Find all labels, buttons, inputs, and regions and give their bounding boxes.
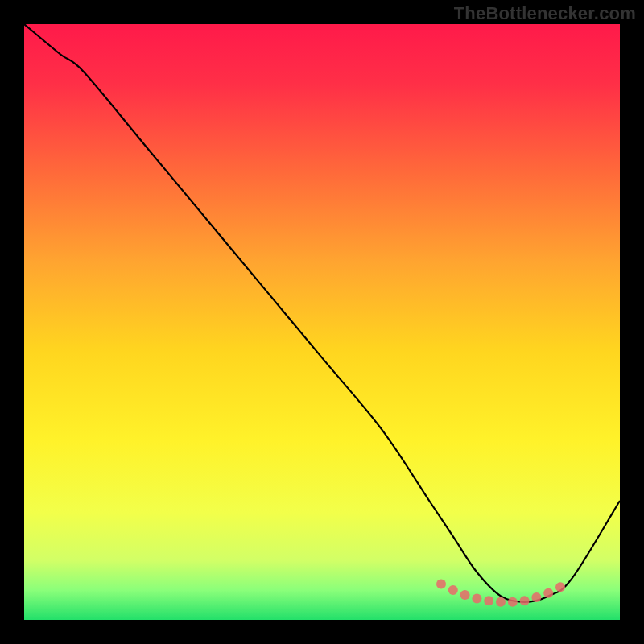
watermark-label: TheBottlenecker.com [454,3,636,24]
marker-dot [543,588,553,598]
marker-dot [496,597,506,607]
gradient-background [24,24,620,620]
marker-dot [555,582,565,592]
marker-dot [531,592,541,602]
marker-dot [484,596,493,605]
marker-dot [448,585,458,595]
plot-svg [24,24,620,620]
plot-area [24,24,620,620]
marker-dot [472,593,481,603]
marker-dot [520,596,530,605]
chart-stage: TheBottlenecker.com [0,0,644,644]
marker-dot [508,597,518,607]
marker-dot [460,590,470,600]
marker-dot [436,580,446,589]
